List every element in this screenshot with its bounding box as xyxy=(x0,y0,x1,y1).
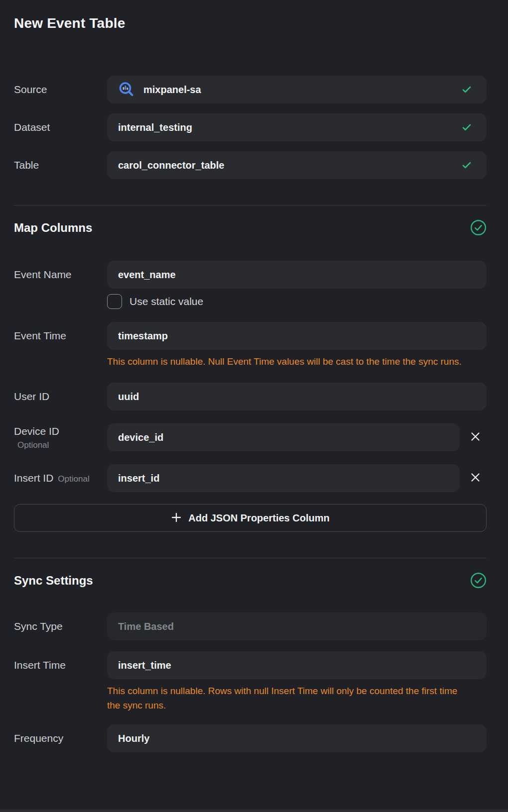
table-row: Table carol_connector_table xyxy=(14,151,487,179)
new-event-table-form: New Event Table Source mixpanel-sa xyxy=(0,0,508,752)
dataset-row: Dataset internal_testing xyxy=(14,113,487,141)
insert-time-value: insert_time xyxy=(118,660,477,671)
insert-time-row: Insert Time insert_time xyxy=(14,651,487,679)
connection-section: Source mixpanel-sa xyxy=(14,76,487,179)
insert-time-label: Insert Time xyxy=(14,659,66,671)
use-static-value-label[interactable]: Use static value xyxy=(129,296,203,307)
x-icon xyxy=(470,472,481,485)
insert-id-label: Insert ID xyxy=(14,472,53,485)
insert-time-nullable-warning: This column is nullable. Rows with null … xyxy=(107,684,465,712)
event-time-label: Event Time xyxy=(14,330,66,341)
table-value: carol_connector_table xyxy=(118,160,455,171)
table-label: Table xyxy=(14,159,39,171)
source-label: Source xyxy=(14,84,47,95)
green-check-icon xyxy=(461,159,473,171)
map-columns-header: Map Columns xyxy=(14,219,487,236)
event-name-label: Event Name xyxy=(14,269,72,280)
magnifier-bar-chart-icon xyxy=(118,81,135,98)
sync-type-field: Time Based xyxy=(107,612,487,640)
sync-type-value: Time Based xyxy=(118,621,477,632)
event-time-nullable-warning: This column is nullable. Null Event Time… xyxy=(107,354,465,369)
event-time-field[interactable]: timestamp xyxy=(107,322,487,350)
frequency-value: Hourly xyxy=(118,733,477,744)
user-id-row: User ID uuid xyxy=(14,383,487,410)
insert-id-value: insert_id xyxy=(118,473,450,484)
frequency-field[interactable]: Hourly xyxy=(107,724,487,752)
dataset-field[interactable]: internal_testing xyxy=(107,113,487,141)
frequency-label: Frequency xyxy=(14,732,63,744)
event-time-value: timestamp xyxy=(118,330,477,342)
event-name-row: Event Name event_name xyxy=(14,261,487,289)
user-id-label: User ID xyxy=(14,391,49,402)
device-id-value: device_id xyxy=(118,432,450,443)
dataset-label: Dataset xyxy=(14,121,50,133)
insert-id-field[interactable]: insert_id xyxy=(107,464,460,492)
insert-id-row: Insert ID Optional insert_id xyxy=(14,464,487,492)
device-id-label: Device ID xyxy=(14,425,59,437)
section-divider xyxy=(14,205,487,205)
device-id-row: Device ID Optional device_id xyxy=(14,423,487,451)
green-check-icon xyxy=(461,121,473,133)
insert-time-field[interactable]: insert_time xyxy=(107,651,487,679)
frequency-row: Frequency Hourly xyxy=(14,724,487,752)
green-check-icon xyxy=(461,84,473,96)
page-title: New Event Table xyxy=(14,15,487,32)
map-columns-heading: Map Columns xyxy=(14,219,92,236)
user-id-value: uuid xyxy=(118,391,477,403)
sync-type-label: Sync Type xyxy=(14,620,63,632)
remove-insert-id-button[interactable] xyxy=(464,467,487,490)
table-field[interactable]: carol_connector_table xyxy=(107,151,487,179)
dataset-value: internal_testing xyxy=(118,122,455,133)
remove-device-id-button[interactable] xyxy=(464,426,487,449)
insert-id-optional-label: Optional xyxy=(58,474,89,484)
device-id-field[interactable]: device_id xyxy=(107,423,460,451)
source-value: mixpanel-sa xyxy=(143,84,455,96)
green-circle-check-icon xyxy=(470,572,487,589)
bottom-edge-strip xyxy=(0,810,508,812)
section-divider xyxy=(14,558,487,558)
add-json-properties-column-label: Add JSON Properties Column xyxy=(188,512,329,524)
source-field[interactable]: mixpanel-sa xyxy=(107,76,487,103)
use-static-value-checkbox[interactable] xyxy=(107,294,122,309)
use-static-value-row: Use static value xyxy=(107,294,487,309)
user-id-field[interactable]: uuid xyxy=(107,383,487,410)
event-name-value: event_name xyxy=(118,269,477,281)
event-name-field[interactable]: event_name xyxy=(107,261,487,289)
sync-settings-heading: Sync Settings xyxy=(14,572,93,589)
event-time-row: Event Time timestamp xyxy=(14,322,487,350)
green-circle-check-icon xyxy=(470,219,487,236)
device-id-optional-label: Optional xyxy=(17,440,107,450)
sync-type-row: Sync Type Time Based xyxy=(14,612,487,640)
add-json-properties-column-button[interactable]: Add JSON Properties Column xyxy=(14,504,487,532)
source-row: Source mixpanel-sa xyxy=(14,76,487,103)
x-icon xyxy=(470,431,481,444)
sync-settings-header: Sync Settings xyxy=(14,572,487,589)
plus-icon xyxy=(171,512,182,524)
